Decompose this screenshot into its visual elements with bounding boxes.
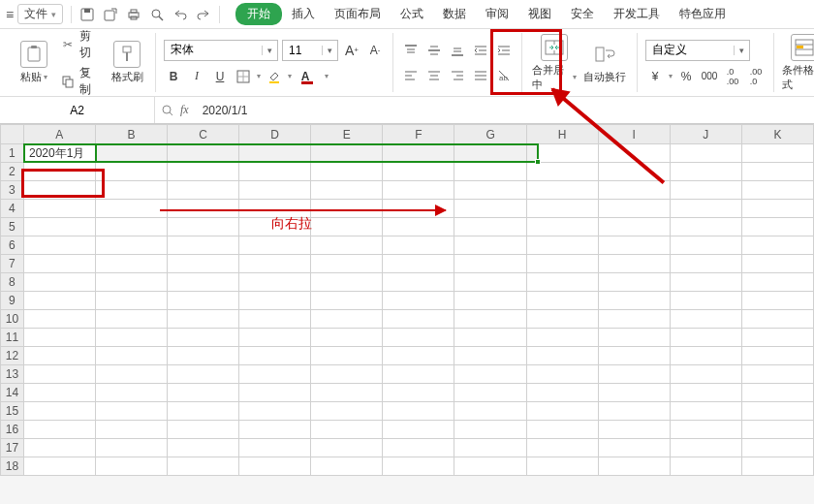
cell[interactable] [741,181,813,200]
tab-view[interactable]: 视图 [518,2,561,26]
cell[interactable] [598,200,670,218]
cell[interactable] [526,255,598,273]
cell[interactable] [383,255,454,273]
cell[interactable] [167,163,238,181]
cell[interactable] [526,218,598,236]
cell[interactable] [95,365,167,384]
row-header[interactable]: 6 [1,236,24,255]
cell[interactable] [454,310,526,329]
row-header[interactable]: 7 [1,255,24,273]
cell[interactable] [95,144,167,163]
font-size-combo[interactable]: ▾ [282,40,338,61]
font-size-input[interactable] [283,44,322,57]
cell[interactable] [598,273,670,292]
row-header[interactable]: 10 [1,310,24,329]
cell[interactable] [526,365,598,384]
row-header[interactable]: 9 [1,292,24,310]
cell[interactable] [23,200,95,218]
cell[interactable] [741,310,813,329]
cell[interactable] [239,163,311,181]
cell[interactable] [741,347,813,365]
cell[interactable] [95,402,167,421]
cell[interactable] [526,457,598,476]
align-center-icon[interactable] [424,66,444,85]
cell[interactable] [167,421,238,439]
paste-button[interactable]: 粘贴▾ [14,41,54,84]
cell[interactable] [454,236,526,255]
cell[interactable] [383,310,454,329]
cell[interactable] [598,181,670,200]
cell[interactable] [167,200,238,218]
cell[interactable] [167,402,238,421]
cell[interactable] [311,144,383,163]
cell[interactable] [598,457,670,476]
cell[interactable] [526,200,598,218]
row-header[interactable]: 3 [1,181,24,200]
cell[interactable] [95,329,167,347]
redo-icon[interactable] [196,7,211,22]
cell[interactable] [239,181,311,200]
cell[interactable] [383,218,454,236]
search-icon[interactable] [161,104,174,117]
cell[interactable] [598,384,670,402]
cell[interactable] [311,273,383,292]
cell[interactable] [239,218,311,236]
cell[interactable] [23,310,95,329]
cell[interactable] [526,273,598,292]
cell[interactable] [670,457,741,476]
cell[interactable] [526,402,598,421]
cell[interactable] [526,292,598,310]
cell[interactable] [95,273,167,292]
chevron-down-icon[interactable]: ▾ [262,46,277,55]
cell[interactable] [311,402,383,421]
cell[interactable] [311,163,383,181]
borders-button[interactable] [234,67,253,86]
cell[interactable] [95,384,167,402]
cell[interactable] [598,310,670,329]
cell[interactable] [383,365,454,384]
cell[interactable] [598,255,670,273]
cell[interactable] [167,347,238,365]
cell[interactable] [383,292,454,310]
italic-button[interactable]: I [187,67,206,86]
cell[interactable] [670,218,741,236]
cell[interactable] [383,181,454,200]
cell[interactable] [239,144,311,163]
cell[interactable] [311,255,383,273]
cell[interactable] [239,347,311,365]
cell[interactable] [454,273,526,292]
cell[interactable] [670,273,741,292]
cell[interactable] [598,218,670,236]
decrease-font-icon[interactable]: A- [365,41,385,60]
cell[interactable] [239,255,311,273]
cell[interactable] [95,200,167,218]
cell[interactable] [167,365,238,384]
cell[interactable] [670,384,741,402]
cell[interactable] [670,181,741,200]
cell[interactable] [741,236,813,255]
underline-button[interactable]: U [210,67,230,86]
cell[interactable] [383,457,454,476]
align-bottom-icon[interactable] [448,41,467,60]
cell[interactable] [167,273,238,292]
cell[interactable] [670,402,741,421]
cell[interactable] [741,200,813,218]
cell[interactable] [95,236,167,255]
tab-page-layout[interactable]: 页面布局 [325,2,391,26]
row-header[interactable]: 16 [1,421,24,439]
cell[interactable] [311,200,383,218]
wrap-text-button[interactable]: 自动换行 [582,41,627,84]
align-top-icon[interactable] [401,41,421,60]
column-header[interactable]: B [95,125,167,144]
cell[interactable] [23,329,95,347]
cell[interactable] [454,347,526,365]
cell[interactable] [670,255,741,273]
save-icon[interactable] [79,7,95,22]
cell[interactable] [454,218,526,236]
cell[interactable] [239,457,311,476]
cell[interactable] [670,329,741,347]
print-preview-icon[interactable] [149,7,165,22]
cell[interactable] [454,292,526,310]
increase-font-icon[interactable]: A+ [342,41,361,60]
cell[interactable] [239,402,311,421]
